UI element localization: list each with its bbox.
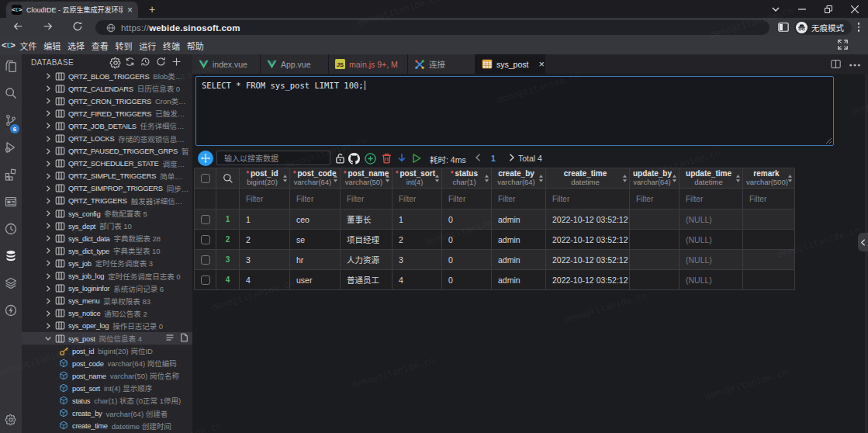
cell-post_name[interactable]: 普通员工 [341, 270, 393, 290]
tab-连接[interactable]: 连接 [408, 54, 475, 74]
column-header-post_code[interactable]: *post_codevarchar(64) [290, 168, 341, 189]
cell-create_by[interactable]: admin [492, 270, 546, 290]
search-data-input[interactable]: 输入以搜索数据 [216, 151, 330, 165]
menu-查看[interactable]: 查看 [88, 40, 112, 52]
runner-icon[interactable] [4, 303, 18, 317]
column-header-status[interactable]: *statuschar(1) [442, 168, 492, 189]
cell-create_by[interactable]: admin [492, 230, 546, 250]
github-icon[interactable] [348, 152, 360, 165]
cell-create_time[interactable]: 2022-10-12 03:52:12 [546, 250, 630, 270]
cell-remark[interactable] [743, 210, 795, 230]
cell-status[interactable]: 0 [442, 270, 492, 290]
select-all-checkbox[interactable] [201, 174, 210, 183]
filter-input-status[interactable]: Filter [442, 189, 492, 210]
search-rows-icon[interactable] [223, 173, 233, 184]
tree-table-QRTZ_TRIGGERS[interactable]: QRTZ_TRIGGERS触发器详细信息表 3 [22, 195, 192, 207]
cell-post_id[interactable]: 3 [240, 250, 290, 270]
sort-icon[interactable] [434, 174, 440, 182]
cell-update_time[interactable]: (NULL) [680, 210, 743, 230]
cell-post_id[interactable]: 4 [240, 270, 290, 290]
tree-table-QRTZ_JOB_DETAILS[interactable]: QRTZ_JOB_DETAILS任务详细信息表 1 [22, 120, 192, 132]
filter-input-post_name[interactable]: Filter [341, 189, 393, 210]
cell-post_sort[interactable]: 3 [393, 250, 442, 270]
menu-帮助[interactable]: 帮助 [183, 40, 207, 52]
tab-search-icon[interactable] [763, 0, 789, 18]
tree-table-QRTZ_BLOB_TRIGGERS[interactable]: QRTZ_BLOB_TRIGGERSBlob类型的触发器表 0 [22, 70, 192, 82]
sort-icon[interactable] [385, 174, 390, 182]
sort-icon[interactable] [787, 174, 793, 182]
prev-page-icon[interactable] [475, 154, 481, 161]
back-icon[interactable] [12, 21, 25, 33]
sort-icon[interactable] [484, 174, 489, 182]
watch-icon[interactable] [4, 222, 18, 236]
delete-row-icon[interactable] [380, 152, 393, 165]
tree-column-create_time[interactable]: create_timedatetime 创建时间 [22, 420, 192, 432]
layers-icon[interactable] [4, 276, 18, 290]
tab-index.vue[interactable]: index.vue [192, 54, 261, 74]
cell-post_code[interactable]: hr [290, 250, 341, 270]
tree-table-sys_config[interactable]: sys_config参数配置表 5 [22, 207, 192, 220]
cell-update_time[interactable]: (NULL) [680, 270, 743, 290]
tree-table-QRTZ_CRON_TRIGGERS[interactable]: QRTZ_CRON_TRIGGERSCron类型的触发器表 1 [22, 95, 192, 107]
collapse-panel-handle[interactable] [858, 233, 868, 251]
cell-post_sort[interactable]: 2 [393, 230, 442, 250]
split-editor-icon[interactable] [831, 59, 841, 69]
sort-icon[interactable] [282, 174, 288, 182]
menu-选择[interactable]: 选择 [64, 40, 88, 52]
cell-create_by[interactable]: admin [492, 250, 546, 270]
sort-icon[interactable] [622, 174, 628, 182]
tree-table-sys_dept[interactable]: sys_dept部门表 10 [22, 220, 192, 232]
tree-table-QRTZ_PAUSED_TRIGGER_GRPS[interactable]: QRTZ_PAUSED_TRIGGER_GRPS暂停的触发器表 0 [22, 145, 192, 158]
add-icon[interactable] [171, 57, 182, 68]
cell-post_name[interactable]: 董事长 [341, 210, 393, 230]
sort-icon[interactable] [672, 174, 677, 182]
column-header-update_time[interactable]: update_timedatetime [680, 168, 743, 189]
cell-post_name[interactable]: 项目经理 [341, 230, 393, 250]
cell-status[interactable]: 0 [442, 230, 492, 250]
filter-input-remark[interactable]: Filter [743, 189, 795, 210]
tab-sys_post[interactable]: sys_post× [475, 54, 545, 74]
close-window-icon[interactable] [842, 0, 868, 18]
table-ddl-icon[interactable] [165, 333, 175, 342]
fullscreen-icon[interactable] [838, 40, 848, 50]
incognito-badge[interactable]: 无痕模式 [794, 20, 852, 35]
move-button[interactable] [198, 151, 213, 166]
cell-remark[interactable] [743, 230, 795, 250]
cell-post_id[interactable]: 1 [240, 210, 290, 230]
tree-column-post_sort[interactable]: post_sortint(4) 显示顺序 [22, 382, 192, 394]
browser-menu-icon[interactable] [852, 21, 865, 33]
cell-remark[interactable] [743, 250, 795, 270]
cell-update_time[interactable]: (NULL) [680, 250, 743, 270]
refresh-icon[interactable] [156, 57, 167, 68]
cell-post_sort[interactable]: 1 [393, 210, 442, 230]
lock-icon[interactable] [334, 152, 346, 165]
tree-table-sys_logininfor[interactable]: sys_logininfor系统访问记录 6 [22, 282, 192, 295]
tree-table-QRTZ_SIMPROP_TRIGGERS[interactable]: QRTZ_SIMPROP_TRIGGERS同步机制的行锁表 0 [22, 182, 192, 195]
history-icon[interactable] [140, 57, 151, 68]
tree-table-sys_dict_type[interactable]: sys_dict_type字典类型表 10 [22, 244, 192, 257]
tree-table-sys_job_log[interactable]: sys_job_log定时任务调度日志表 0 [22, 270, 192, 282]
cell-update_by[interactable] [630, 270, 680, 290]
tree-table-QRTZ_SCHEDULER_STATE[interactable]: QRTZ_SCHEDULER_STATE调度器状态表 1 [22, 158, 192, 170]
tree-table-sys_menu[interactable]: sys_menu菜单权限表 83 [22, 295, 192, 307]
filter-input-update_time[interactable]: Filter [680, 189, 743, 210]
tree-table-sys_oper_log[interactable]: sys_oper_log操作日志记录 0 [22, 320, 192, 332]
menu-终端[interactable]: 终端 [160, 40, 184, 52]
reload-icon[interactable] [72, 21, 85, 33]
cell-post_sort[interactable]: 4 [393, 270, 442, 290]
cell-status[interactable]: 0 [442, 210, 492, 230]
tree-table-sys_post[interactable]: sys_post岗位信息表 4 [22, 332, 192, 345]
cell-remark[interactable] [743, 270, 795, 290]
tab-close-icon[interactable]: × [127, 5, 133, 15]
tree-table-QRTZ_FIRED_TRIGGERS[interactable]: QRTZ_FIRED_TRIGGERS已触发的触发器表 0 [22, 107, 192, 120]
sort-icon[interactable] [333, 174, 338, 182]
add-row-icon[interactable] [364, 152, 376, 165]
run-debug-icon[interactable] [4, 140, 18, 154]
close-tab-icon[interactable]: × [538, 58, 545, 70]
row-checkbox[interactable] [201, 275, 210, 285]
tree-table-QRTZ_CALENDARS[interactable]: QRTZ_CALENDARS日历信息表 0 [22, 82, 192, 95]
column-header-post_id[interactable]: *post_idbigint(20) [240, 168, 290, 189]
row-checkbox[interactable] [201, 255, 210, 265]
column-header-post_sort[interactable]: *post_sortint(4) [393, 168, 442, 189]
column-header-update_by[interactable]: update_byvarchar(64) [630, 168, 680, 189]
